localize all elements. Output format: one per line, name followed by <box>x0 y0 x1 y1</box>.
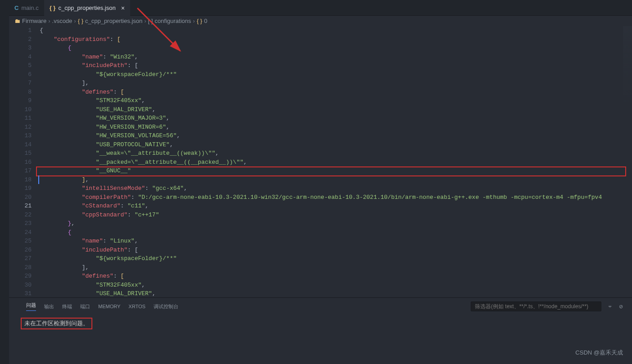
problems-message: 未在工作区检测到问题。 <box>21 318 92 329</box>
tab-label: main.c <box>21 4 38 11</box>
tab-main-c[interactable]: C main.c <box>9 0 44 16</box>
json-file-icon: { } <box>78 18 83 24</box>
array-icon: [ ] <box>148 18 153 24</box>
close-icon[interactable]: × <box>121 4 125 12</box>
tab-c-cpp-properties[interactable]: { } c_cpp_properties.json × <box>44 0 130 16</box>
panel-tab-memory[interactable]: MEMORY <box>98 304 120 309</box>
chevron-right-icon: › <box>74 18 76 24</box>
panel-tab-output[interactable]: 输出 <box>44 303 54 310</box>
minimap[interactable] <box>623 26 632 107</box>
chevron-right-icon: › <box>48 18 50 24</box>
breadcrumb[interactable]: 🖿 Firmware › .vscode › { } c_cpp_propert… <box>9 16 632 26</box>
breadcrumb-item[interactable]: c_cpp_properties.json <box>85 18 142 24</box>
folder-icon: 🖿 <box>14 18 20 24</box>
clear-icon[interactable]: ⊘ <box>619 304 623 310</box>
code-content[interactable]: { "configurations": [ { "name": "Win32",… <box>40 26 632 297</box>
activity-bar[interactable] <box>0 0 9 364</box>
panel-tab-problems[interactable]: 问题 <box>26 302 36 311</box>
chevron-right-icon: › <box>144 18 146 24</box>
panel-tabs: 问题 输出 终端 端口 MEMORY XRTOS 调试控制台 ⫧ ⊘ <box>9 298 632 315</box>
panel-tab-ports[interactable]: 端口 <box>80 303 90 310</box>
chevron-right-icon: › <box>193 18 195 24</box>
bottom-panel: 问题 输出 终端 端口 MEMORY XRTOS 调试控制台 ⫧ ⊘ 未在工作区… <box>9 297 632 360</box>
object-icon: { } <box>197 18 202 24</box>
c-file-icon: C <box>14 4 18 11</box>
filter-input[interactable] <box>471 301 601 311</box>
breadcrumb-item[interactable]: .vscode <box>52 18 73 24</box>
breadcrumb-item[interactable]: configurations <box>155 18 191 24</box>
panel-tab-terminal[interactable]: 终端 <box>62 303 72 310</box>
filter-icon[interactable]: ⫧ <box>608 304 613 309</box>
line-number-gutter: 1234567891011121314151617181920212223242… <box>9 26 40 297</box>
breadcrumb-item[interactable]: Firmware <box>22 18 46 24</box>
editor-tabs: C main.c { } c_cpp_properties.json × <box>9 0 632 16</box>
panel-tab-debug-console[interactable]: 调试控制台 <box>154 303 178 310</box>
cursor-indicator <box>38 175 39 184</box>
panel-tab-xrtos[interactable]: XRTOS <box>128 304 145 309</box>
editor[interactable]: 1234567891011121314151617181920212223242… <box>9 26 632 297</box>
json-file-icon: { } <box>50 4 56 11</box>
watermark: CSDN @嘉禾天成 <box>575 349 623 357</box>
breadcrumb-item[interactable]: 0 <box>204 18 207 24</box>
tab-label: c_cpp_properties.json <box>58 4 115 11</box>
